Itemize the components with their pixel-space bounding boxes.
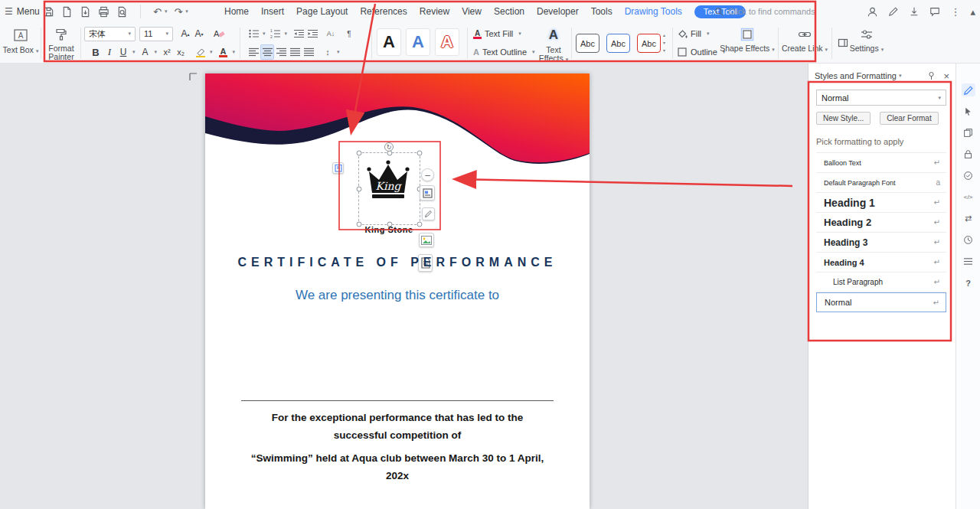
font-name-select[interactable]: 宋体▾ (84, 27, 136, 41)
wordart-style-blue[interactable]: A (406, 28, 430, 56)
increase-indent-button[interactable] (305, 26, 319, 41)
increase-font-button[interactable]: A▴ (178, 26, 192, 41)
lock-icon[interactable] (962, 148, 975, 161)
style-item-heading-2[interactable]: Heading 2 ↵ (816, 213, 946, 233)
style-item-heading-4[interactable]: Heading 4 ↵ (816, 253, 946, 272)
tab-page-layout[interactable]: Page Layout (296, 6, 348, 17)
shape-effects-button[interactable]: Shape Effects▾ (718, 23, 776, 64)
style-item-heading-3[interactable]: Heading 3 ↵ (816, 233, 946, 253)
account-icon[interactable] (867, 6, 878, 18)
highlight-dropdown-icon[interactable]: ▾ (210, 49, 213, 55)
save-icon[interactable] (43, 6, 54, 18)
layout-options-button[interactable] (420, 185, 435, 201)
command-search[interactable]: Click to find commands (714, 0, 815, 23)
shape-style-blue[interactable]: Abc (606, 34, 630, 53)
document-area[interactable]: King King Stone ↻ (0, 64, 808, 509)
line-spacing-button[interactable]: ↕ (321, 44, 335, 60)
align-left-button[interactable] (247, 44, 260, 60)
history-icon[interactable] (962, 233, 975, 246)
distribute-button[interactable] (302, 44, 315, 60)
edit-mode-icon[interactable] (888, 6, 899, 17)
show-marks-button[interactable]: ¶ (342, 26, 356, 41)
resize-handle-s[interactable] (387, 222, 392, 227)
bold-button[interactable]: B (89, 44, 103, 60)
format-painter-button[interactable]: Format Painter (43, 23, 80, 64)
document-page[interactable]: King King Stone ↻ (205, 73, 590, 509)
wordart-style-red-outline[interactable]: A (435, 28, 459, 56)
settings-button[interactable]: Settings▾ (847, 23, 887, 64)
style-item-balloon-text[interactable]: Balloon Text ↵ (816, 153, 946, 173)
pen-tool-icon[interactable] (962, 83, 975, 96)
undo-dropdown-icon[interactable]: ▾ (165, 8, 168, 15)
resize-handle-se[interactable] (417, 222, 423, 227)
clear-format-button[interactable]: A (212, 26, 226, 41)
resize-handle-w[interactable] (357, 186, 362, 191)
text-fill-button[interactable]: A Text Fill ▾ (473, 29, 521, 39)
certificate-title[interactable]: CERTIFICATE OF PERFORMANCE (205, 256, 590, 269)
text-effects-button[interactable]: A Text Effects▾ (537, 23, 570, 64)
font-color-dropdown-icon[interactable]: ▾ (233, 49, 236, 55)
align-right-button[interactable] (274, 44, 288, 60)
outline-list-icon[interactable] (962, 255, 975, 268)
subscript-button[interactable]: x₂ (174, 44, 188, 60)
approve-icon[interactable] (962, 169, 975, 182)
comment-icon[interactable] (929, 6, 940, 17)
resize-handle-nw[interactable] (357, 151, 362, 156)
rotate-handle[interactable]: ↻ (384, 142, 394, 152)
shading-dropdown-icon[interactable]: ▾ (155, 49, 158, 55)
main-menu-button[interactable]: ☰ Menu (5, 0, 40, 23)
more-options-icon[interactable]: ⋮ (950, 6, 960, 18)
edit-wrap-points-button[interactable] (422, 207, 435, 220)
style-item-list-paragraph[interactable]: List Paragraph ↵ (816, 272, 946, 292)
certificate-subtitle[interactable]: We are presenting this certificate to (205, 288, 590, 303)
close-panel-icon[interactable]: × (943, 70, 949, 82)
copy-icon[interactable] (962, 126, 975, 139)
style-item-heading-1[interactable]: Heading 1 ↵ (816, 193, 946, 213)
shape-styles-more-button[interactable]: ▴▾▾ (663, 32, 665, 53)
collapse-ribbon-icon[interactable]: ▴ (970, 6, 975, 18)
code-icon[interactable]: </> (962, 191, 975, 204)
font-color-button[interactable]: A (217, 44, 230, 60)
wordart-style-black[interactable]: A (377, 28, 401, 56)
tab-home[interactable]: Home (224, 6, 249, 17)
bullet-list-button[interactable] (247, 26, 260, 41)
share-icon[interactable]: ⇄ (962, 212, 975, 225)
tab-drawing-tools[interactable]: Drawing Tools (625, 6, 682, 17)
tab-references[interactable]: References (360, 6, 407, 17)
export-pdf-icon[interactable] (80, 6, 91, 18)
decrease-font-button[interactable]: A▾ (192, 26, 206, 41)
new-document-icon[interactable] (61, 6, 73, 18)
shape-style-black[interactable]: Abc (576, 34, 599, 53)
style-item-default-paragraph-font[interactable]: Default Paragraph Font a (816, 173, 946, 193)
italic-button[interactable]: I (103, 44, 116, 60)
create-link-button[interactable]: Create Link▾ (781, 23, 828, 64)
underline-dropdown-icon[interactable]: ▾ (132, 49, 136, 55)
select-cursor-icon[interactable] (962, 105, 975, 118)
tab-section[interactable]: Section (494, 6, 524, 17)
decrease-indent-button[interactable] (292, 26, 305, 41)
redo-dropdown-icon[interactable]: ▾ (185, 8, 188, 15)
character-shading-button[interactable]: A (139, 44, 152, 60)
redo-button[interactable]: ↷▾ (174, 6, 188, 18)
image-selection-box[interactable] (358, 152, 420, 225)
font-size-select[interactable]: 11▾ (139, 27, 173, 41)
download-icon[interactable] (909, 6, 920, 17)
paste-options-icon[interactable] (332, 162, 344, 174)
tab-view[interactable]: View (462, 6, 482, 17)
numbered-list-button[interactable]: 12 (269, 26, 283, 41)
style-item-normal[interactable]: Normal ↵ (816, 292, 946, 312)
current-style-select[interactable]: Normal ▾ (816, 90, 946, 106)
shape-fill-button[interactable]: Fill ▾ (677, 28, 710, 39)
superscript-button[interactable]: x² (160, 44, 174, 60)
collapse-button[interactable]: – (421, 168, 434, 181)
undo-button[interactable]: ↶▾ (153, 6, 167, 18)
align-center-button[interactable] (260, 44, 274, 60)
text-box-button[interactable]: A Text Box▾ (2, 23, 40, 64)
numbering-dropdown-icon[interactable]: ▾ (285, 31, 288, 37)
certificate-paragraph-1[interactable]: For the exceptional performance that has… (224, 409, 571, 444)
bullet-dropdown-icon[interactable]: ▾ (263, 31, 266, 37)
new-style-button[interactable]: New Style... (816, 112, 871, 125)
text-outline-button[interactable]: A Text Outline ▾ (473, 47, 535, 57)
tab-insert[interactable]: Insert (261, 6, 284, 17)
help-icon[interactable]: ? (962, 276, 975, 289)
